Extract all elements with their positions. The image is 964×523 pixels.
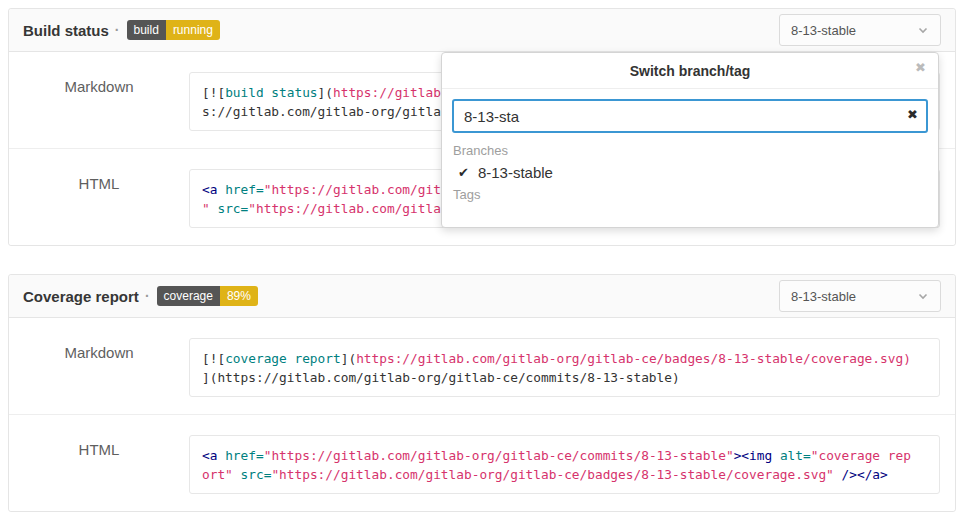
branch-search: ✖	[452, 99, 928, 133]
code-segment: <a	[202, 448, 217, 463]
chevron-down-icon	[917, 290, 929, 302]
badge-value: 89%	[220, 286, 258, 306]
chevron-down-icon	[917, 24, 929, 36]
code-segment	[233, 467, 241, 482]
popup-header: Switch branch/tag ✖	[442, 53, 938, 89]
code-segment: ](	[318, 85, 333, 100]
branch-search-input[interactable]	[452, 99, 928, 133]
markdown-row: Markdown [![coverage report](https://git…	[9, 318, 955, 414]
html-label: HTML	[9, 435, 189, 494]
code-segment: "coverage rep	[811, 448, 911, 463]
tags-section-header: Tags	[452, 185, 928, 205]
code-segment: coverage report	[225, 351, 341, 366]
code-segment: ](	[341, 351, 356, 366]
html-row: HTML <a href="https://gitlab.com/gitlab-…	[9, 414, 955, 511]
branch-selector-value: 8-13-stable	[791, 289, 856, 304]
code-line: ](https://gitlab.com/gitlab-org/gitlab-c…	[202, 368, 931, 387]
code-segment: ><img	[734, 448, 773, 463]
code-segment: https://gitlab.com/gitlab-org/gitlab-ce/…	[356, 351, 911, 366]
code-segment: "	[202, 201, 210, 216]
code-segment: href=	[225, 182, 264, 197]
branch-list: Branches ✔ 8-13-stable Tags	[442, 133, 938, 205]
html-code-coverage[interactable]: <a href="https://gitlab.com/gitlab-org/g…	[189, 435, 940, 494]
code-segment: alt=	[780, 448, 811, 463]
code-segment: src=	[241, 467, 272, 482]
title-separator: ·	[115, 22, 120, 38]
branch-selector-value: 8-13-stable	[791, 23, 856, 38]
panel-title: Build status	[23, 22, 109, 39]
branch-item-label: 8-13-stable	[478, 164, 553, 181]
code-segment: ort"	[202, 467, 233, 482]
code-segment	[217, 448, 225, 463]
popup-title: Switch branch/tag	[630, 63, 751, 79]
branch-selector-coverage[interactable]: 8-13-stable	[779, 280, 941, 312]
code-segment: [![	[202, 351, 225, 366]
branch-selector-build[interactable]: 8-13-stable	[779, 14, 941, 46]
check-icon: ✔	[458, 165, 469, 180]
badge-key: build	[127, 20, 166, 40]
code-line: ort" src="https://gitlab.com/gitlab-org/…	[202, 465, 931, 484]
code-segment: build status	[225, 85, 317, 100]
clear-search-icon[interactable]: ✖	[907, 107, 918, 122]
code-segment: "https://gitlab.com/gitlab-org/gitlab-ce…	[264, 448, 734, 463]
title-separator: ·	[145, 288, 150, 304]
markdown-label: Markdown	[9, 72, 189, 131]
coverage-report-panel: Coverage report · coverage89% 8-13-stabl…	[8, 274, 956, 512]
coverage-badge-image: coverage89%	[157, 286, 258, 306]
code-segment	[834, 467, 842, 482]
badge-key: coverage	[157, 286, 220, 306]
branch-item-8-13-stable[interactable]: ✔ 8-13-stable	[452, 161, 928, 185]
close-icon[interactable]: ✖	[915, 60, 926, 75]
build-status-header: Build status · buildrunning 8-13-stable	[9, 9, 955, 52]
coverage-report-body: Markdown [![coverage report](https://git…	[9, 318, 955, 511]
badge-value: running	[166, 20, 220, 40]
code-segment: href=	[225, 448, 264, 463]
code-line: <a href="https://gitlab.com/gitlab-org/g…	[202, 446, 931, 465]
markdown-label: Markdown	[9, 338, 189, 397]
branches-section-header: Branches	[452, 141, 928, 161]
code-segment: src=	[217, 201, 248, 216]
code-line: [![coverage report](https://gitlab.com/g…	[202, 349, 931, 368]
html-label: HTML	[9, 169, 189, 228]
code-segment	[217, 182, 225, 197]
code-segment: [![	[202, 85, 225, 100]
code-segment: ](https://gitlab.com/gitlab-org/gitlab-c…	[202, 370, 680, 385]
code-segment: <a	[202, 182, 217, 197]
panel-title: Coverage report	[23, 288, 139, 305]
code-segment: /></a>	[842, 467, 888, 482]
code-segment	[772, 448, 780, 463]
code-segment: "https://gitlab.com/gitlab-org/gitlab-ce…	[271, 467, 833, 482]
markdown-code-coverage[interactable]: [![coverage report](https://gitlab.com/g…	[189, 338, 940, 397]
coverage-report-header: Coverage report · coverage89% 8-13-stabl…	[9, 275, 955, 318]
switch-branch-popup: Switch branch/tag ✖ ✖ Branches ✔ 8-13-st…	[441, 52, 939, 228]
build-status-badge-image: buildrunning	[127, 20, 220, 40]
